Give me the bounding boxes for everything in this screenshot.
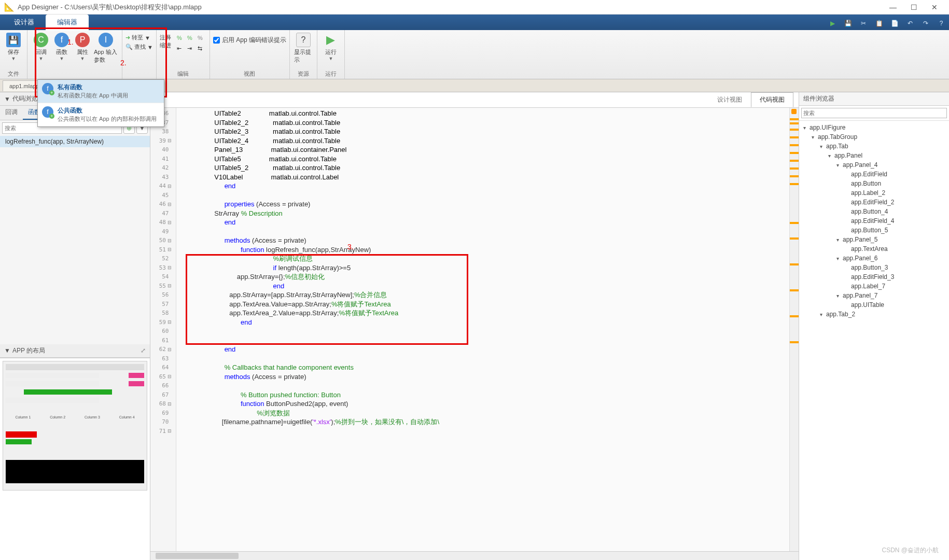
redo-icon[interactable]: ↷ (919, 17, 932, 30)
function-icon: f (42, 106, 53, 118)
tab-designer[interactable]: 设计器 (3, 15, 46, 30)
watermark: CSDN @奋进的小航 (882, 546, 939, 555)
tree-node[interactable]: app.UITable (799, 300, 949, 310)
tree-node[interactable]: ▾app.Panel_7 (799, 291, 949, 300)
tree-node[interactable]: ▾app.UIFigure (799, 123, 949, 132)
component-search[interactable] (801, 108, 947, 118)
horizontal-scrollbar[interactable] (150, 551, 799, 560)
tree-node[interactable]: app.Button_3 (799, 263, 949, 272)
function-icon: f (42, 83, 53, 94)
tree-node[interactable]: app.EditField (799, 170, 949, 179)
tree-node[interactable]: app.EditField_3 (799, 272, 949, 282)
function-dropdown: f 私有函数私有函数只能在 App 中调用 f 公共函数公共函数可以在 App … (37, 79, 164, 127)
public-function-item[interactable]: f 公共函数公共函数可以在 App 的内部和外部调用 (38, 103, 164, 127)
line-gutter: 36 37 38 39⊟40 41 42 43 44⊟45 46⊟47 48⊟4… (150, 108, 176, 551)
app-input-button[interactable]: IApp 输入参数 (93, 32, 119, 65)
save-button[interactable]: 💾保存▼ (3, 32, 24, 62)
group-run: 运行 (325, 70, 337, 79)
undo-icon[interactable]: ↶ (903, 17, 917, 30)
ribbon: 💾保存▼ 文件 C回调▼ f函数▼ P属性▼ IApp 输入参数 ➜转至 ▼ 🔍… (0, 30, 949, 79)
tree-node[interactable]: ▾app.Panel_5 (799, 235, 949, 244)
callback-button[interactable]: C回调▼ (31, 32, 51, 62)
group-view: 视图 (244, 70, 255, 79)
minimap[interactable] (789, 108, 799, 551)
tree-node[interactable]: ▾app.Tab_2 (799, 310, 949, 319)
code-view-tab[interactable]: 代码视图 (751, 92, 793, 107)
minimize-button[interactable]: — (883, 0, 903, 15)
private-function-item[interactable]: f 私有函数私有函数只能在 App 中调用 (38, 80, 164, 103)
tree-node[interactable]: app.EditField_4 (799, 216, 949, 226)
center-panel: 设计视图 代码视图 36 37 38 39⊟40 41 42 43 44⊟45 … (150, 92, 799, 560)
window-title: App Designer - C:\Users\吴宇航\Desktop\排程安排… (18, 3, 883, 12)
group-file: 文件 (8, 70, 19, 79)
show-tips-button[interactable]: ?显示提示 (293, 32, 314, 65)
code-content[interactable]: UITable2 matlab.ui.control.Table UITable… (176, 108, 789, 551)
maximize-button[interactable]: ☐ (903, 0, 924, 15)
tree-node[interactable]: ▾app.Panel_6 (799, 254, 949, 263)
property-button[interactable]: P属性▼ (72, 32, 93, 62)
app-logo: 📐 (4, 2, 15, 12)
function-list-item[interactable]: logRefresh_func(app, StrArrayNew) (0, 136, 150, 147)
indent-icons[interactable]: %%% ⇤⇥⇆ (175, 34, 206, 52)
tab-editor[interactable]: 编辑器 (46, 15, 89, 30)
tree-node[interactable]: app.Button (799, 179, 949, 188)
titlebar: 📐 App Designer - C:\Users\吴宇航\Desktop\排程… (0, 0, 949, 15)
layout-preview[interactable]: Column 1Column 2Column 3Column 4 (0, 358, 150, 561)
component-browser-title: 组件浏览器 (803, 94, 834, 103)
tree-node[interactable]: ▾app.Tab (799, 142, 949, 151)
function-button[interactable]: f函数▼ (51, 32, 72, 62)
subtab-callback[interactable]: 回调 (0, 106, 23, 120)
tree-node[interactable]: ▾app.Panel_4 (799, 160, 949, 170)
layout-header: ▼APP 的布局⤢ (0, 344, 150, 358)
design-view-tab[interactable]: 设计视图 (708, 92, 751, 107)
tree-node[interactable]: ▾app.Panel (799, 151, 949, 160)
tree-node[interactable]: app.TextArea (799, 244, 949, 254)
group-res: 资源 (298, 70, 309, 79)
help-icon[interactable]: ? (934, 17, 948, 30)
cut-icon[interactable]: ✂ (857, 17, 870, 30)
run-icon[interactable]: ▶ (826, 17, 839, 30)
paste-icon[interactable]: 📄 (888, 17, 901, 30)
save-icon[interactable]: 💾 (841, 17, 855, 30)
annotation-3: 3. (347, 243, 354, 251)
tree-node[interactable]: app.Label_7 (799, 282, 949, 291)
component-tree[interactable]: ▾app.UIFigure▾app.TabGroup▾app.Tab▾app.P… (799, 121, 949, 560)
tree-node[interactable]: app.Button_5 (799, 226, 949, 235)
find-button[interactable]: 🔍查找 ▼ (125, 43, 153, 51)
annotation-2: 2. (120, 59, 127, 67)
enable-error-check[interactable]: 启用 App 编码错误提示 (213, 32, 286, 45)
file-tabstrip: app1.mlapp f 私有函数私有函数只能在 App 中调用 f 公共函数公… (0, 79, 949, 92)
code-editor[interactable]: 36 37 38 39⊟40 41 42 43 44⊟45 46⊟47 48⊟4… (150, 108, 799, 551)
group-edit: 编辑 (177, 70, 189, 79)
component-browser: 组件浏览器 ▾app.UIFigure▾app.TabGroup▾app.Tab… (799, 92, 949, 560)
goto-button[interactable]: ➜转至 ▼ (125, 34, 153, 41)
tree-node[interactable]: ▾app.TabGroup (799, 132, 949, 142)
annotation-1: 1. (67, 38, 74, 46)
copy-icon[interactable]: 📋 (872, 17, 886, 30)
left-panel: ▼代码浏览 回调 函数 ⊕ ▼ logRefresh_func(app, Str… (0, 92, 150, 560)
tree-node[interactable]: app.Label_2 (799, 188, 949, 198)
tree-node[interactable]: app.Button_4 (799, 207, 949, 216)
main-tabstrip: 设计器 编辑器 ▶ 💾 ✂ 📋 📄 ↶ ↷ ? (0, 15, 949, 30)
tree-node[interactable]: app.EditField_2 (799, 198, 949, 207)
run-button[interactable]: ▶运行▼ (320, 32, 341, 62)
close-button[interactable]: ✕ (924, 0, 945, 15)
